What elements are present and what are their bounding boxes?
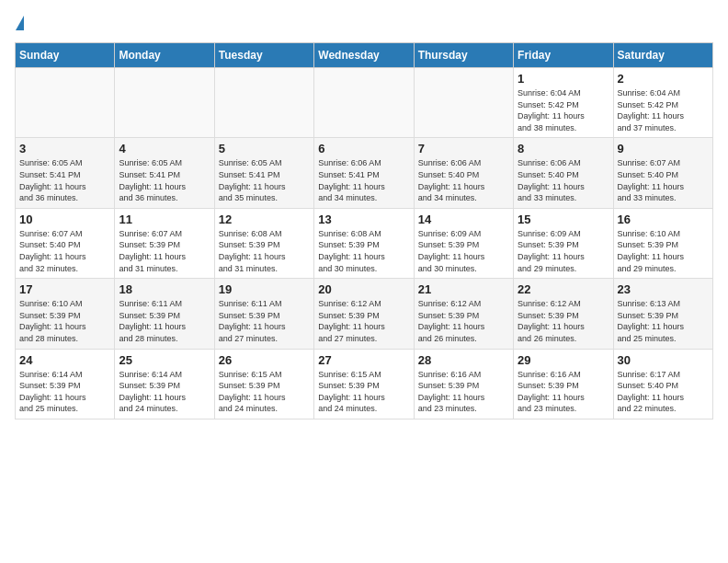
calendar-cell: 30Sunrise: 6:17 AM Sunset: 5:40 PM Dayli… [613,349,712,419]
calendar-cell: 11Sunrise: 6:07 AM Sunset: 5:39 PM Dayli… [115,208,214,278]
weekday-header-sunday: Sunday [16,43,115,68]
day-info: Sunrise: 6:06 AM Sunset: 5:41 PM Dayligh… [318,157,409,203]
calendar-cell: 24Sunrise: 6:14 AM Sunset: 5:39 PM Dayli… [16,349,115,419]
day-info: Sunrise: 6:07 AM Sunset: 5:39 PM Dayligh… [119,228,210,274]
day-info: Sunrise: 6:16 AM Sunset: 5:39 PM Dayligh… [518,369,609,415]
day-number: 11 [119,213,210,226]
day-info: Sunrise: 6:11 AM Sunset: 5:39 PM Dayligh… [219,298,310,344]
calendar-cell: 14Sunrise: 6:09 AM Sunset: 5:39 PM Dayli… [414,208,513,278]
weekday-header-monday: Monday [115,43,214,68]
calendar-cell: 7Sunrise: 6:06 AM Sunset: 5:40 PM Daylig… [414,138,513,208]
calendar-header-row: SundayMondayTuesdayWednesdayThursdayFrid… [16,43,713,68]
page-header [15,15,713,31]
day-number: 19 [219,282,310,296]
day-info: Sunrise: 6:09 AM Sunset: 5:39 PM Dayligh… [518,228,609,274]
calendar-cell: 22Sunrise: 6:12 AM Sunset: 5:39 PM Dayli… [514,279,613,349]
weekday-header-wednesday: Wednesday [314,43,414,68]
day-number: 23 [618,282,709,296]
day-number: 12 [219,213,310,226]
calendar-cell: 26Sunrise: 6:15 AM Sunset: 5:39 PM Dayli… [214,349,313,419]
day-number: 21 [418,282,509,296]
calendar-cell: 29Sunrise: 6:16 AM Sunset: 5:39 PM Dayli… [514,349,613,419]
calendar-cell [214,68,313,138]
day-number: 20 [318,282,409,296]
day-info: Sunrise: 6:11 AM Sunset: 5:39 PM Dayligh… [119,298,210,344]
logo [15,15,25,31]
calendar-cell: 8Sunrise: 6:06 AM Sunset: 5:40 PM Daylig… [514,138,613,208]
weekday-header-saturday: Saturday [613,43,712,68]
day-info: Sunrise: 6:07 AM Sunset: 5:40 PM Dayligh… [618,157,709,203]
day-number: 22 [518,282,609,296]
calendar-cell: 15Sunrise: 6:09 AM Sunset: 5:39 PM Dayli… [514,208,613,278]
day-number: 2 [618,72,709,86]
calendar-cell: 4Sunrise: 6:05 AM Sunset: 5:41 PM Daylig… [115,138,214,208]
calendar-cell: 3Sunrise: 6:05 AM Sunset: 5:41 PM Daylig… [16,138,115,208]
day-number: 6 [318,142,409,155]
day-info: Sunrise: 6:09 AM Sunset: 5:39 PM Dayligh… [418,228,509,274]
weekday-header-friday: Friday [514,43,613,68]
calendar-cell: 27Sunrise: 6:15 AM Sunset: 5:39 PM Dayli… [314,349,414,419]
day-info: Sunrise: 6:10 AM Sunset: 5:39 PM Dayligh… [19,298,110,344]
calendar-cell: 1Sunrise: 6:04 AM Sunset: 5:42 PM Daylig… [514,68,613,138]
day-number: 26 [219,353,310,367]
day-info: Sunrise: 6:12 AM Sunset: 5:39 PM Dayligh… [418,298,509,344]
calendar-cell [314,68,414,138]
day-info: Sunrise: 6:15 AM Sunset: 5:39 PM Dayligh… [219,369,310,415]
calendar-cell [16,68,115,138]
calendar-cell: 17Sunrise: 6:10 AM Sunset: 5:39 PM Dayli… [16,279,115,349]
logo-triangle-icon [16,16,24,30]
day-info: Sunrise: 6:12 AM Sunset: 5:39 PM Dayligh… [318,298,409,344]
day-info: Sunrise: 6:08 AM Sunset: 5:39 PM Dayligh… [219,228,310,274]
day-info: Sunrise: 6:07 AM Sunset: 5:40 PM Dayligh… [19,228,110,274]
day-number: 25 [119,353,210,367]
calendar-cell: 19Sunrise: 6:11 AM Sunset: 5:39 PM Dayli… [214,279,313,349]
day-number: 28 [418,353,509,367]
weekday-header-thursday: Thursday [414,43,513,68]
day-info: Sunrise: 6:12 AM Sunset: 5:39 PM Dayligh… [518,298,609,344]
day-number: 8 [518,142,609,155]
calendar-cell: 20Sunrise: 6:12 AM Sunset: 5:39 PM Dayli… [314,279,414,349]
calendar-week-2: 3Sunrise: 6:05 AM Sunset: 5:41 PM Daylig… [16,138,713,208]
calendar-cell: 18Sunrise: 6:11 AM Sunset: 5:39 PM Dayli… [115,279,214,349]
day-number: 7 [418,142,509,155]
day-number: 17 [19,282,110,296]
calendar-cell: 5Sunrise: 6:05 AM Sunset: 5:41 PM Daylig… [214,138,313,208]
day-info: Sunrise: 6:10 AM Sunset: 5:39 PM Dayligh… [618,228,709,274]
day-number: 29 [518,353,609,367]
calendar-cell: 12Sunrise: 6:08 AM Sunset: 5:39 PM Dayli… [214,208,313,278]
calendar-cell: 25Sunrise: 6:14 AM Sunset: 5:39 PM Dayli… [115,349,214,419]
day-info: Sunrise: 6:05 AM Sunset: 5:41 PM Dayligh… [119,157,210,203]
day-number: 14 [418,213,509,226]
day-number: 10 [19,213,110,226]
calendar-cell [115,68,214,138]
day-info: Sunrise: 6:06 AM Sunset: 5:40 PM Dayligh… [418,157,509,203]
day-number: 13 [318,213,409,226]
calendar-table: SundayMondayTuesdayWednesdayThursdayFrid… [15,42,713,419]
calendar-cell: 13Sunrise: 6:08 AM Sunset: 5:39 PM Dayli… [314,208,414,278]
day-info: Sunrise: 6:13 AM Sunset: 5:39 PM Dayligh… [618,298,709,344]
weekday-header-tuesday: Tuesday [214,43,313,68]
calendar-cell: 6Sunrise: 6:06 AM Sunset: 5:41 PM Daylig… [314,138,414,208]
day-number: 24 [19,353,110,367]
day-number: 30 [618,353,709,367]
day-info: Sunrise: 6:06 AM Sunset: 5:40 PM Dayligh… [518,157,609,203]
day-info: Sunrise: 6:15 AM Sunset: 5:39 PM Dayligh… [318,369,409,415]
day-info: Sunrise: 6:14 AM Sunset: 5:39 PM Dayligh… [19,369,110,415]
calendar-cell: 2Sunrise: 6:04 AM Sunset: 5:42 PM Daylig… [613,68,712,138]
day-info: Sunrise: 6:14 AM Sunset: 5:39 PM Dayligh… [119,369,210,415]
day-number: 16 [618,213,709,226]
calendar-cell: 28Sunrise: 6:16 AM Sunset: 5:39 PM Dayli… [414,349,513,419]
calendar-cell: 21Sunrise: 6:12 AM Sunset: 5:39 PM Dayli… [414,279,513,349]
day-number: 15 [518,213,609,226]
day-number: 5 [219,142,310,155]
day-number: 9 [618,142,709,155]
day-info: Sunrise: 6:05 AM Sunset: 5:41 PM Dayligh… [219,157,310,203]
calendar-cell: 16Sunrise: 6:10 AM Sunset: 5:39 PM Dayli… [613,208,712,278]
calendar-week-3: 10Sunrise: 6:07 AM Sunset: 5:40 PM Dayli… [16,208,713,278]
day-info: Sunrise: 6:17 AM Sunset: 5:40 PM Dayligh… [618,369,709,415]
day-info: Sunrise: 6:04 AM Sunset: 5:42 PM Dayligh… [518,87,609,133]
calendar-week-1: 1Sunrise: 6:04 AM Sunset: 5:42 PM Daylig… [16,68,713,138]
day-number: 27 [318,353,409,367]
day-number: 4 [119,142,210,155]
calendar-cell: 23Sunrise: 6:13 AM Sunset: 5:39 PM Dayli… [613,279,712,349]
